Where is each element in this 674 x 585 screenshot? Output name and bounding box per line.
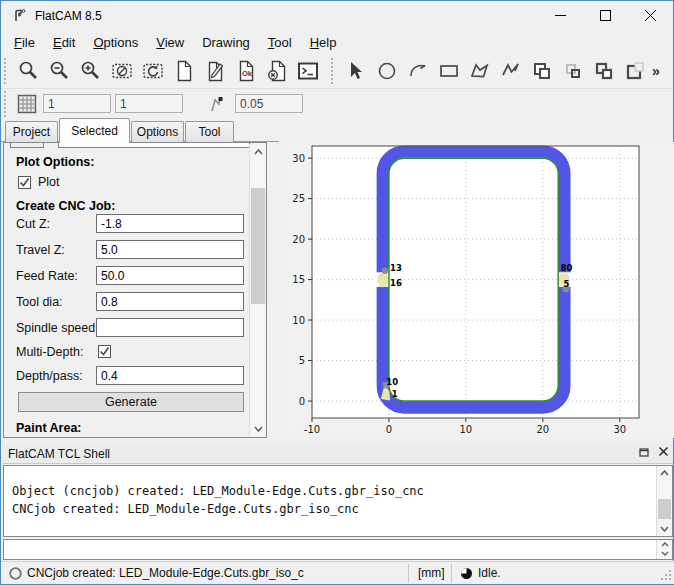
corner-snap-toggle[interactable] [203,92,229,116]
x-tick-label: -10 [304,424,320,435]
menu-item-drawing[interactable]: Drawing [193,31,259,54]
feed-rate-input[interactable] [96,266,244,285]
main-toolbar: Ok [1,54,673,89]
scroll-down-button[interactable] [657,549,672,558]
maximize-button[interactable] [583,1,628,30]
chevron-up-icon [660,470,669,476]
menu-item-help[interactable]: Help [301,31,346,54]
shell-output-line: Object (cncjob) created: LED_Module-Edge… [12,484,424,498]
chevron-up-icon [661,542,669,547]
depth-pass-input[interactable] [96,366,244,385]
travel-z-input[interactable] [96,240,244,259]
tab-project[interactable]: Project [5,121,58,142]
status-message: CNCjob created: LED_Module-Edge.Cuts.gbr… [27,566,304,580]
shell-output-line: CNCjob created: LED_Module-Edge.Cuts.gbr… [12,502,359,516]
cut-geometry-button[interactable] [619,57,650,85]
run-script-button[interactable] [292,57,323,85]
shell-output[interactable]: Object (cncjob) created: LED_Module-Edge… [3,465,673,537]
corner-snap-icon [206,94,226,114]
window-title: FlatCAM 8.5 [35,9,102,23]
select-tool-button[interactable] [340,57,371,85]
y-tick-label: 15 [292,274,305,285]
save-project-button[interactable]: Ok [230,57,261,85]
zoom-in-icon [79,59,103,83]
scroll-up-button[interactable] [250,144,266,159]
menu-item-view[interactable]: View [147,31,193,54]
toolbar-drag-handle[interactable] [4,58,9,84]
cut-geometry-icon [623,59,647,83]
scroll-thumb[interactable] [251,188,265,304]
clear-plot-button[interactable] [106,57,137,85]
y-tick-label: 10 [292,315,305,326]
buffer-geometry-button[interactable] [557,57,588,85]
chevron-down-icon [254,426,263,432]
menu-item-file[interactable]: File [5,31,44,54]
replot-button[interactable] [137,57,168,85]
draw-polyline-button[interactable] [495,57,526,85]
cut-z-input[interactable] [96,214,244,233]
minimize-button[interactable] [538,1,583,30]
activity-idle-icon [460,567,473,580]
resize-grip[interactable] [660,569,672,581]
scroll-up-button[interactable] [657,540,672,549]
menu-item-edit[interactable]: Edit [44,31,84,54]
spindle-speed-input[interactable] [96,318,244,337]
plot-canvas[interactable]: 1316805101-100102030051015202530 [284,142,674,438]
zoom-fit-button[interactable] [13,57,44,85]
scroll-up-button[interactable] [657,466,672,480]
delete-object-button[interactable] [261,57,292,85]
x-tick-label: 10 [460,424,473,435]
clear-plot-icon [110,59,134,83]
snap-distance-input[interactable] [235,94,303,113]
grid-x-input[interactable] [43,94,111,113]
new-project-button[interactable] [168,57,199,85]
spindle-speed-label: Spindle speed: [16,321,99,335]
copy-objects-button[interactable] [526,57,557,85]
vertical-splitter[interactable] [267,142,284,438]
app-window: FlatCAM 8.5 FileEditOptionsViewDrawingTo… [0,0,674,585]
grid-y-input[interactable] [115,94,183,113]
bridge-tab-patch [377,272,388,287]
draw-polygon-button[interactable] [464,57,495,85]
tab-tool[interactable]: Tool [185,121,234,142]
scroll-down-button[interactable] [250,421,266,436]
chevron-down-icon [660,526,669,532]
shell-command-input[interactable] [5,541,655,558]
shell-scrollbar[interactable] [656,466,672,536]
chevron-up-icon [254,149,263,155]
toolbar-drag-handle[interactable] [331,58,336,84]
multi-depth-checkbox[interactable] [98,345,111,358]
dock-float-button[interactable] [639,446,651,458]
x-tick-label: 30 [613,424,626,435]
scroll-thumb[interactable] [658,499,671,519]
close-button[interactable] [628,1,673,30]
grid-snap-toggle[interactable] [13,90,41,118]
status-bar: CNCjob created: LED_Module-Edge.Cuts.gbr… [1,561,674,584]
tab-selected[interactable]: Selected [59,118,130,143]
zoom-in-button[interactable] [75,57,106,85]
toolbar-drag-handle[interactable] [4,91,9,117]
toolbar-overflow-button[interactable]: » [652,63,660,79]
draw-circle-button[interactable] [371,57,402,85]
zoom-fit-icon [17,59,41,83]
plot-area: 1316805101-100102030051015202530 [284,142,674,438]
menu-item-options[interactable]: Options [84,31,147,54]
tab-options[interactable]: Options [131,121,184,142]
shell-dock-titlebar[interactable]: FlatCAM TCL Shell [3,444,673,464]
union-geometry-button[interactable] [588,57,619,85]
y-tick-label: 20 [292,234,305,245]
draw-rectangle-button[interactable] [433,57,464,85]
dock-close-button[interactable] [658,446,669,458]
panel-scrollbar[interactable] [249,144,265,436]
scroll-down-button[interactable] [657,522,672,536]
menu-item-tool[interactable]: Tool [259,31,301,54]
plot-checkbox[interactable] [18,176,31,189]
open-project-button[interactable] [199,57,230,85]
generate-button[interactable]: Generate [18,392,244,412]
path-index-label: 80 [561,263,573,273]
tool-dia-input[interactable] [96,292,244,311]
draw-arc-button[interactable] [402,57,433,85]
shell-input-scroll[interactable] [656,540,672,559]
minimize-icon [555,10,566,21]
zoom-out-button[interactable] [44,57,75,85]
